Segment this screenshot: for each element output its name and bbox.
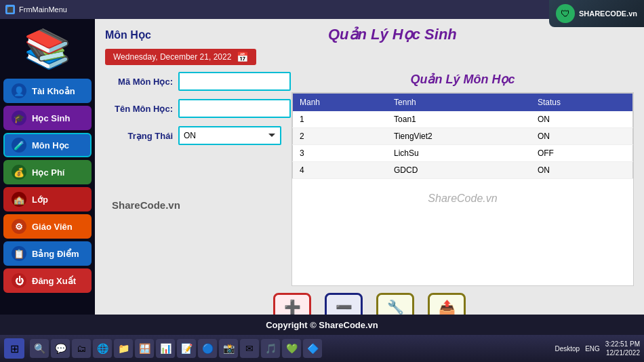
copyright-text: Copyright © ShareCode.vn [266, 320, 378, 330]
taskbar-task-view[interactable]: 🗂 [72, 339, 91, 358]
desktop-label: Desktop [555, 345, 580, 353]
ma-mon-hoc-label: Mã Môn Học: [105, 77, 173, 87]
hoc-phi-icon: 💰 [12, 165, 26, 180]
col-manh: Manh [293, 94, 388, 112]
table-row[interactable]: 4 GDCD ON [293, 162, 633, 179]
calendar-icon: 📅 [237, 52, 248, 62]
logo-icon: 🛡 [556, 4, 575, 23]
cell-status: ON [531, 128, 633, 145]
copyright-bar: Copyright © ShareCode.vn [0, 315, 644, 335]
content-area: Môn Học Quản Lý Học Sinh Wednesday, Dece… [95, 19, 644, 335]
start-button[interactable]: ⊞ [4, 338, 24, 359]
cell-id: 3 [293, 145, 388, 162]
logo-text: SHARECODE.vn [579, 9, 637, 18]
taskbar-right: Desktop ENG 3:22:51 PM 12/21/2022 [555, 340, 640, 357]
tai-khoan-icon: 👤 [12, 83, 26, 98]
col-status: Status [531, 94, 633, 112]
dang-xuat-icon: ⏻ [12, 273, 26, 288]
cell-id: 4 [293, 162, 388, 179]
taskbar-time: 3:22:51 PM 12/21/2022 [605, 340, 640, 357]
table-area: Quản Lý Môn Học Manh Tennh Status 1 To [291, 72, 634, 286]
lop-label: Lớp [32, 195, 48, 205]
ten-mon-hoc-label: Tên Môn Học: [105, 104, 173, 114]
hoc-sinh-label: Học Sinh [32, 113, 70, 123]
cell-ten: LichSu [387, 145, 531, 162]
taskbar-edge[interactable]: 🌐 [93, 339, 112, 358]
taskbar-notepad[interactable]: 📝 [177, 339, 196, 358]
giao-vien-label: Giáo Viên [32, 222, 73, 232]
cell-ten: GDCD [387, 162, 531, 179]
ma-mon-hoc-input[interactable] [178, 72, 291, 91]
table-row[interactable]: 1 Toan1 ON [293, 111, 633, 128]
taskbar-teams[interactable]: 🔷 [303, 339, 322, 358]
main-container: 📚 👤 Tài Khoản 🎓 Học Sinh 🧪 Môn Học 💰 Học… [0, 19, 644, 335]
taskbar-lang: ENG [585, 345, 600, 353]
taskbar-mail[interactable]: ✉ [240, 339, 259, 358]
taskbar-search[interactable]: 🔍 [30, 339, 49, 358]
cell-ten: Toan1 [387, 111, 531, 128]
ten-mon-hoc-group: Tên Môn Học: [105, 99, 281, 118]
window-title: FrmMainMenu [19, 5, 67, 14]
cell-status: ON [531, 162, 633, 179]
table-container: Manh Tennh Status 1 Toan1 ON 2 TiengViet… [291, 92, 634, 286]
taskbar-media[interactable]: 🎵 [261, 339, 280, 358]
date-text: Wednesday, December 21, 2022 [113, 52, 231, 62]
cell-ten: TiengViet2 [387, 128, 531, 145]
app-icon: ⬛ [5, 5, 15, 14]
lop-icon: 🏫 [12, 192, 26, 207]
taskbar-vscode[interactable]: 💚 [282, 339, 301, 358]
sidebar-logo: 📚 [7, 22, 88, 76]
table-row[interactable]: 3 LichSu OFF [293, 145, 633, 162]
cell-status: ON [531, 111, 633, 128]
title-bar-left: ⬛ FrmMainMenu [5, 5, 67, 14]
trang-thai-group: Trạng Thái ON OFF [105, 126, 281, 145]
date-bar: Wednesday, December 21, 2022 📅 [105, 49, 634, 65]
date-display: 12/21/2022 [605, 348, 640, 357]
body-layout: Mã Môn Học: Tên Môn Học: Trạng Thái ON O… [105, 72, 634, 286]
dang-xuat-label: Đăng Xuất [32, 276, 76, 286]
sidebar-item-mon-hoc[interactable]: 🧪 Môn Học [3, 133, 92, 157]
trang-thai-select[interactable]: ON OFF [178, 126, 281, 145]
cell-id: 2 [293, 128, 388, 145]
trang-thai-label: Trạng Thái [105, 131, 173, 141]
sidebar-item-hoc-phi[interactable]: 💰 Học Phí [3, 160, 92, 184]
giao-vien-icon: ⚙ [12, 219, 26, 234]
content-header: Môn Học Quản Lý Học Sinh [105, 26, 634, 43]
sidebar-item-lop[interactable]: 🏫 Lớp [3, 187, 92, 212]
table-watermark: ShareCode.vn [292, 179, 633, 218]
taskbar: ⊞ 🔍 💬 🗂 🌐 📁 🪟 📊 📝 🔵 📸 ✉ 🎵 💚 🔷 Desktop EN… [0, 335, 644, 362]
sharecode-logo: 🛡 SHARECODE.vn [549, 0, 644, 27]
table-header-row: Manh Tennh Status [293, 94, 633, 112]
taskbar-camera[interactable]: 📸 [219, 339, 238, 358]
taskbar-chrome[interactable]: 🔵 [198, 339, 217, 358]
bang-diem-label: Bảng Điểm [32, 249, 79, 259]
title-bar: ⬛ FrmMainMenu ─ □ ✕ [0, 0, 644, 19]
taskbar-widgets[interactable]: 💬 [51, 339, 70, 358]
table-row[interactable]: 2 TiengViet2 ON [293, 128, 633, 145]
tai-khoan-label: Tài Khoản [32, 86, 75, 96]
mon-hoc-icon: 🧪 [12, 138, 26, 153]
app-title: Quản Lý Học Sinh [151, 26, 634, 43]
date-field: Wednesday, December 21, 2022 📅 [105, 49, 256, 65]
hoc-phi-label: Học Phí [32, 167, 64, 178]
mon-hoc-label: Môn Học [32, 140, 69, 150]
cell-id: 1 [293, 111, 388, 128]
form-area: Mã Môn Học: Tên Môn Học: Trạng Thái ON O… [105, 72, 281, 286]
taskbar-windows[interactable]: 🪟 [135, 339, 154, 358]
table-title: Quản Lý Môn Học [291, 72, 634, 87]
form-watermark: ShareCode.vn [112, 199, 281, 211]
ten-mon-hoc-input[interactable] [178, 99, 291, 118]
taskbar-explorer[interactable]: 📁 [114, 339, 133, 358]
section-title: Môn Học [105, 28, 151, 41]
time-display: 3:22:51 PM [605, 340, 640, 348]
taskbar-excel[interactable]: 📊 [156, 339, 175, 358]
ma-mon-hoc-group: Mã Môn Học: [105, 72, 281, 91]
sidebar-item-bang-diem[interactable]: 📋 Bảng Điểm [3, 241, 92, 266]
sidebar-item-tai-khoan[interactable]: 👤 Tài Khoản [3, 79, 92, 103]
col-tennh: Tennh [387, 94, 531, 112]
sidebar-item-giao-vien[interactable]: ⚙ Giáo Viên [3, 214, 92, 239]
taskbar-icons: 🔍 💬 🗂 🌐 📁 🪟 📊 📝 🔵 📸 ✉ 🎵 💚 🔷 [30, 339, 322, 358]
sidebar-item-hoc-sinh[interactable]: 🎓 Học Sinh [3, 106, 92, 130]
sidebar-item-dang-xuat[interactable]: ⏻ Đăng Xuất [3, 268, 92, 293]
bang-diem-icon: 📋 [12, 246, 26, 261]
